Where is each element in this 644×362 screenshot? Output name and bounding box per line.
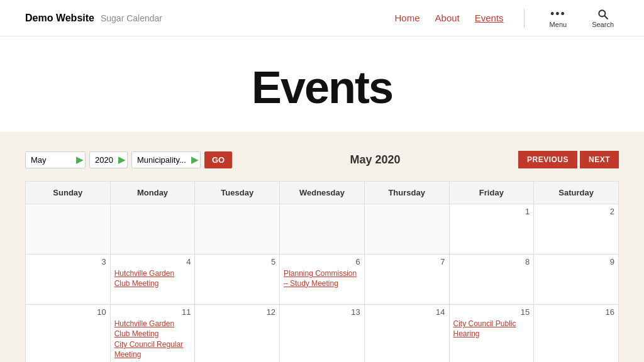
day-number: 3 <box>30 257 106 266</box>
search-icon <box>597 8 609 21</box>
calendar-table: Sunday Monday Tuesday Wednesday Thursday… <box>25 181 619 362</box>
event-link[interactable]: City Council Regular Meeting <box>114 340 191 359</box>
nav-events[interactable]: Events <box>475 13 504 23</box>
day-number: 10 <box>30 307 106 317</box>
calendar-week-0: 12 <box>26 204 619 255</box>
event-link[interactable]: Hutchville Garden Club Meeting <box>114 269 191 288</box>
calendar-cell: 7 <box>364 255 449 305</box>
day-number: 15 <box>453 307 530 317</box>
day-number: 1 <box>453 207 530 216</box>
nav-about[interactable]: About <box>435 13 460 23</box>
calendar-cell: 2 <box>534 204 619 255</box>
calendar-title: May 2020 <box>232 153 518 167</box>
svg-line-1 <box>604 16 608 19</box>
day-header-thursday: Thursday <box>364 182 449 204</box>
calendar-cell: 11Hutchville Garden Club MeetingCity Cou… <box>110 305 195 363</box>
brand-name: Demo Website <box>25 13 94 24</box>
day-number: 11 <box>114 307 191 317</box>
menu-dots-icon: ••• <box>550 8 566 21</box>
day-number: 13 <box>284 307 360 317</box>
day-number: 14 <box>369 307 445 317</box>
go-button[interactable]: GO <box>204 151 232 168</box>
brand-sub: Sugar Calendar <box>101 13 162 23</box>
year-select[interactable]: 201920202021 <box>89 151 128 168</box>
day-number: 7 <box>369 257 445 266</box>
day-number: 16 <box>538 307 614 317</box>
calendar-week-2: 1011Hutchville Garden Club MeetingCity C… <box>26 305 619 363</box>
day-number: 2 <box>538 207 614 216</box>
calendar-cell <box>195 204 280 255</box>
menu-label: Menu <box>550 21 567 28</box>
day-header-tuesday: Tuesday <box>195 182 280 204</box>
days-of-week-row: Sunday Monday Tuesday Wednesday Thursday… <box>26 182 619 204</box>
calendar-section: JanuaryFebruaryMarchApril MayJuneJulyAug… <box>0 132 644 362</box>
calendar-body: 1234Hutchville Garden Club Meeting56Plan… <box>26 204 619 363</box>
day-number: 6 <box>284 257 360 266</box>
day-number: 8 <box>453 257 530 266</box>
event-link[interactable]: Hutchville Garden Club Meeting <box>114 319 191 339</box>
day-number: 9 <box>538 257 614 266</box>
calendar-cell: 8 <box>449 255 534 305</box>
day-header-saturday: Saturday <box>534 182 619 204</box>
category-select-wrapper: Municipality... ▶ <box>131 151 201 168</box>
day-header-sunday: Sunday <box>26 182 111 204</box>
controls-right: PREVIOUS NEXT <box>518 151 619 168</box>
calendar-cell: 15City Council Public Hearing <box>449 305 534 363</box>
month-select-wrapper: JanuaryFebruaryMarchApril MayJuneJulyAug… <box>25 151 86 168</box>
nav-divider <box>524 9 525 28</box>
calendar-cell: 13 <box>280 305 365 363</box>
event-link[interactable]: Planning Commission – Study Meeting <box>284 269 360 288</box>
event-link[interactable]: City Council Public Hearing <box>453 319 530 339</box>
menu-button[interactable]: ••• Menu <box>545 8 572 28</box>
calendar-cell: 1 <box>449 204 534 255</box>
calendar-cell <box>364 204 449 255</box>
day-number: 4 <box>114 257 191 266</box>
svg-point-0 <box>599 10 605 16</box>
calendar-cell <box>280 204 365 255</box>
calendar-cell: 4Hutchville Garden Club Meeting <box>110 255 195 305</box>
nav-home[interactable]: Home <box>395 13 420 23</box>
day-header-friday: Friday <box>449 182 534 204</box>
calendar-cell: 16 <box>534 305 619 363</box>
hero-section: Events <box>0 36 644 132</box>
calendar-controls: JanuaryFebruaryMarchApril MayJuneJulyAug… <box>25 151 619 168</box>
calendar-cell: 6Planning Commission – Study Meeting <box>280 255 365 305</box>
calendar-week-1: 34Hutchville Garden Club Meeting56Planni… <box>26 255 619 305</box>
calendar-cell: 12 <box>195 305 280 363</box>
day-header-wednesday: Wednesday <box>280 182 365 204</box>
controls-left: JanuaryFebruaryMarchApril MayJuneJulyAug… <box>25 151 232 168</box>
day-header-monday: Monday <box>110 182 195 204</box>
search-label: Search <box>592 21 614 28</box>
brand: Demo Website Sugar Calendar <box>25 13 395 24</box>
main-nav: Home About Events ••• Menu Search <box>395 8 619 28</box>
next-button[interactable]: NEXT <box>580 151 619 168</box>
day-number: 12 <box>199 307 275 317</box>
day-number: 5 <box>199 257 275 266</box>
calendar-cell: 14 <box>364 305 449 363</box>
month-select[interactable]: JanuaryFebruaryMarchApril MayJuneJulyAug… <box>25 151 86 168</box>
previous-button[interactable]: PREVIOUS <box>518 151 577 168</box>
category-select[interactable]: Municipality... <box>131 151 201 168</box>
year-select-wrapper: 201920202021 ▶ <box>89 151 128 168</box>
calendar-cell: 10 <box>26 305 111 363</box>
search-button[interactable]: Search <box>587 8 619 28</box>
calendar-header: Sunday Monday Tuesday Wednesday Thursday… <box>26 182 619 204</box>
calendar-cell <box>110 204 195 255</box>
calendar-cell <box>26 204 111 255</box>
calendar-cell: 5 <box>195 255 280 305</box>
calendar-cell: 9 <box>534 255 619 305</box>
page-title: Events <box>0 62 644 113</box>
header: Demo Website Sugar Calendar Home About E… <box>0 0 644 36</box>
calendar-cell: 3 <box>26 255 111 305</box>
